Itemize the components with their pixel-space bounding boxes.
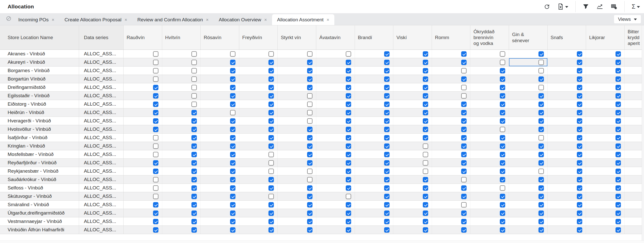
checkbox-checked[interactable] — [538, 93, 544, 99]
checkbox-unchecked[interactable] — [153, 76, 158, 82]
checkbox-cell[interactable] — [548, 167, 586, 175]
checkbox-unchecked[interactable] — [538, 60, 544, 65]
checkbox-cell[interactable] — [239, 167, 278, 175]
checkbox-cell[interactable] — [316, 92, 355, 100]
checkbox-cell[interactable] — [124, 117, 162, 125]
checkbox-cell[interactable] — [393, 58, 432, 66]
checkbox-checked[interactable] — [500, 68, 505, 73]
checkbox-cell[interactable] — [470, 134, 509, 142]
checkbox-cell[interactable] — [432, 167, 471, 175]
checkbox-checked[interactable] — [191, 127, 197, 132]
checkbox-cell[interactable] — [124, 83, 162, 91]
checkbox-unchecked[interactable] — [191, 93, 197, 99]
column-header-data-series[interactable]: Data series — [79, 25, 124, 50]
checkbox-checked[interactable] — [346, 169, 351, 174]
checkbox-checked[interactable] — [384, 210, 390, 216]
checkbox-cell[interactable] — [162, 209, 201, 217]
checkbox-checked[interactable] — [307, 60, 312, 65]
checkbox-cell[interactable] — [586, 100, 625, 108]
checkbox-cell[interactable] — [239, 142, 278, 150]
checkbox-cell[interactable] — [470, 150, 509, 158]
checkbox-checked[interactable] — [461, 219, 467, 224]
checkbox-cell[interactable] — [124, 58, 162, 66]
checkbox-checked[interactable] — [153, 169, 158, 174]
checkbox-checked[interactable] — [153, 118, 158, 124]
checkbox-cell[interactable] — [355, 184, 394, 192]
checkbox-checked[interactable] — [461, 51, 467, 57]
checkbox-checked[interactable] — [268, 219, 274, 224]
checkbox-checked[interactable] — [538, 102, 544, 107]
checkbox-checked[interactable] — [230, 160, 235, 166]
checkbox-cell[interactable] — [201, 117, 239, 125]
checkbox-cell[interactable] — [509, 108, 548, 117]
checkbox-checked[interactable] — [538, 227, 544, 233]
column-header-rósavín[interactable]: Rósavín — [201, 25, 239, 50]
checkbox-cell[interactable] — [586, 201, 625, 209]
checkbox-checked[interactable] — [230, 227, 235, 233]
checkbox-checked[interactable] — [268, 202, 274, 207]
checkbox-checked[interactable] — [384, 160, 390, 166]
tab-review-and-confirm-allocation[interactable]: Review and Confirm Allocation× — [132, 14, 214, 25]
checkbox-cell[interactable] — [278, 75, 316, 83]
checkbox-cell[interactable] — [470, 100, 509, 108]
checkbox-cell[interactable] — [432, 108, 471, 117]
checkbox-checked[interactable] — [461, 143, 467, 149]
checkbox-checked[interactable] — [500, 227, 505, 233]
checkbox-cell[interactable] — [124, 226, 162, 234]
checkbox-checked[interactable] — [461, 169, 467, 174]
column-header-brandí[interactable]: Brandí — [355, 25, 394, 50]
checkbox-cell[interactable] — [470, 159, 509, 167]
checkbox-checked[interactable] — [577, 227, 582, 233]
checkbox-cell[interactable] — [162, 50, 201, 58]
checkbox-checked[interactable] — [577, 135, 582, 140]
checkbox-checked[interactable] — [500, 177, 505, 182]
checkbox-cell[interactable] — [355, 167, 394, 175]
checkbox-cell[interactable] — [316, 226, 355, 234]
checkbox-checked[interactable] — [307, 185, 312, 191]
checkbox-cell[interactable] — [470, 184, 509, 192]
checkbox-checked[interactable] — [346, 210, 351, 216]
checkbox-cell[interactable] — [316, 50, 355, 58]
checkbox-cell[interactable] — [470, 226, 509, 234]
checkbox-checked[interactable] — [500, 160, 505, 166]
checkbox-checked[interactable] — [538, 127, 544, 132]
checkbox-checked[interactable] — [577, 219, 582, 224]
checkbox-cell[interactable] — [432, 100, 471, 108]
checkbox-unchecked[interactable] — [153, 68, 158, 73]
checkbox-checked[interactable] — [500, 143, 505, 149]
checkbox-cell[interactable] — [470, 83, 509, 91]
checkbox-checked[interactable] — [500, 110, 505, 115]
tab-create-allocation-proposal[interactable]: Create Allocation Proposal× — [59, 14, 132, 25]
checkbox-checked[interactable] — [230, 152, 235, 157]
checkbox-checked[interactable] — [268, 143, 274, 149]
checkbox-checked[interactable] — [191, 110, 197, 115]
checkbox-checked[interactable] — [423, 127, 428, 132]
checkbox-cell[interactable] — [509, 67, 548, 75]
checkbox-unchecked[interactable] — [307, 102, 312, 107]
checkbox-unchecked[interactable] — [153, 143, 158, 149]
checkbox-checked[interactable] — [461, 110, 467, 115]
checkbox-checked[interactable] — [153, 127, 158, 132]
checkbox-checked[interactable] — [616, 169, 621, 174]
checkbox-checked[interactable] — [500, 194, 505, 199]
checkbox-checked[interactable] — [423, 85, 428, 90]
checkbox-checked[interactable] — [153, 210, 158, 216]
checkbox-checked[interactable] — [268, 93, 274, 99]
checkbox-cell[interactable] — [548, 75, 586, 83]
checkbox-cell[interactable] — [355, 142, 394, 150]
checkbox-cell[interactable] — [355, 226, 394, 234]
checkbox-checked[interactable] — [423, 194, 428, 199]
checkbox-cell[interactable] — [548, 184, 586, 192]
checkbox-cell[interactable] — [509, 142, 548, 150]
checkbox-cell[interactable] — [239, 100, 278, 108]
checkbox-checked[interactable] — [616, 210, 621, 216]
checkbox-checked[interactable] — [384, 194, 390, 199]
checkbox-checked[interactable] — [346, 127, 351, 132]
checkbox-cell[interactable] — [586, 175, 625, 184]
checkbox-cell[interactable] — [470, 125, 509, 133]
checkbox-cell[interactable] — [470, 192, 509, 200]
checkbox-checked[interactable] — [538, 194, 544, 199]
checkbox-cell[interactable] — [509, 58, 548, 66]
checkbox-cell[interactable] — [162, 75, 201, 83]
checkbox-cell[interactable] — [201, 226, 239, 234]
